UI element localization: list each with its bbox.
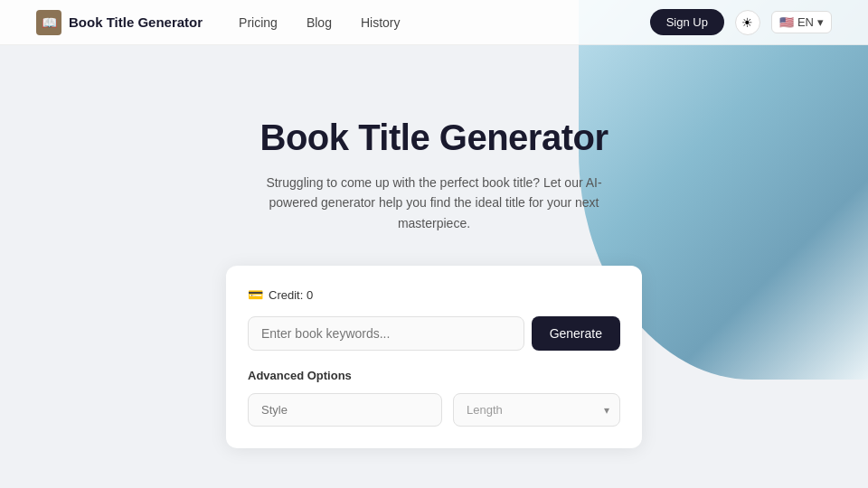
book-icon: 📖	[42, 15, 57, 30]
logo-text: Book Title Generator	[69, 14, 203, 30]
advanced-options-row: Length Short Medium Long ▾	[248, 393, 620, 427]
main-content: Book Title Generator Struggling to come …	[0, 45, 868, 448]
navbar-right: Sign Up ☀ 🇺🇸 EN ▾	[650, 9, 832, 35]
credit-icon: 💳	[248, 287, 263, 302]
navbar: 📖 Book Title Generator Pricing Blog Hist…	[0, 0, 868, 45]
length-select-wrapper: Length Short Medium Long ▾	[453, 393, 620, 427]
advanced-options-section: Advanced Options Length Short Medium Lon…	[248, 369, 620, 427]
input-row: Generate	[248, 316, 620, 351]
lang-label: EN	[797, 15, 814, 29]
sign-up-button[interactable]: Sign Up	[650, 9, 724, 35]
sun-icon: ☀	[741, 15, 753, 30]
credit-label: Credit: 0	[269, 288, 313, 302]
length-select[interactable]: Length Short Medium Long	[453, 393, 620, 427]
nav-link-history[interactable]: History	[361, 15, 401, 30]
credit-row: 💳 Credit: 0	[248, 287, 620, 302]
navbar-links: Pricing Blog History	[239, 15, 650, 30]
logo-icon: 📖	[36, 10, 61, 35]
advanced-options-label: Advanced Options	[248, 369, 620, 382]
generate-button[interactable]: Generate	[532, 316, 620, 351]
nav-link-pricing[interactable]: Pricing	[239, 15, 278, 30]
generator-card: 💳 Credit: 0 Generate Advanced Options Le…	[226, 266, 642, 448]
theme-toggle-button[interactable]: ☀	[735, 10, 760, 35]
nav-link-blog[interactable]: Blog	[307, 15, 332, 30]
style-input[interactable]	[248, 393, 442, 427]
language-selector[interactable]: 🇺🇸 EN ▾	[771, 11, 832, 33]
hero-subtitle: Struggling to come up with the perfect b…	[244, 173, 624, 233]
flag-icon: 🇺🇸	[779, 15, 794, 29]
hero-title: Book Title Generator	[260, 117, 609, 158]
keyword-input[interactable]	[248, 316, 524, 351]
chevron-down-icon: ▾	[817, 15, 824, 29]
logo[interactable]: 📖 Book Title Generator	[36, 10, 203, 35]
